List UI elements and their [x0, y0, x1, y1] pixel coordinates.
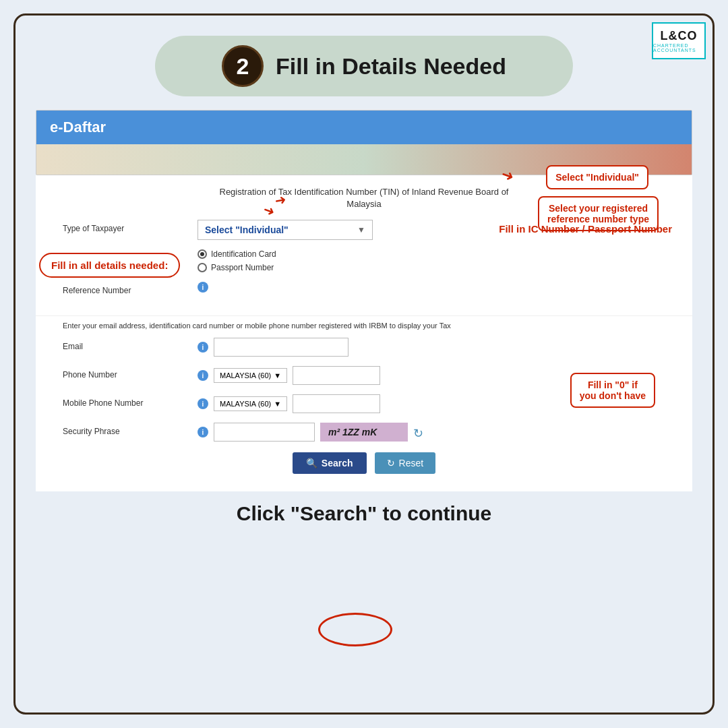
email-row: Email i [63, 338, 665, 357]
phone-country-select[interactable]: MALAYSIA (60) ▼ [214, 368, 287, 383]
radio-passport-circle[interactable] [198, 263, 207, 272]
search-icon: 🔍 [306, 458, 317, 468]
reset-icon: ↻ [387, 458, 395, 468]
reference-type-field: Identification Card Passport Number [198, 249, 665, 272]
mobile-country-label: MALAYSIA (60) [220, 400, 271, 408]
security-row: Security Phrase i m² 1ZZ mK ↻ [63, 423, 665, 442]
step-title: Fill in Details Needed [276, 53, 506, 80]
reference-number-row: Reference Number i [63, 282, 665, 295]
search-highlight-circle [318, 613, 392, 646]
mobile-input[interactable] [293, 394, 380, 413]
radio-group: Identification Card Passport Number [198, 249, 276, 272]
edaftar-header: e-Daftar [36, 111, 692, 144]
security-label: Security Phrase [63, 423, 198, 436]
email-label: Email [63, 338, 198, 351]
mobile-info-icon: i [198, 398, 208, 409]
radio-ic[interactable]: Identification Card [198, 249, 276, 259]
radio-ic-label: Identification Card [211, 249, 276, 259]
callout-individual: Select "Individual" [546, 165, 648, 189]
mobile-country-select[interactable]: MALAYSIA (60) ▼ [214, 396, 287, 411]
logo-sub-text: CHARTERED ACCOUNTANTS [653, 43, 704, 53]
step-circle: 2 [222, 45, 264, 87]
radio-ic-circle[interactable] [198, 249, 207, 259]
phone-chevron-icon: ▼ [274, 371, 281, 380]
callout-details: Fill in all details needed: [39, 253, 180, 278]
security-field-area: i m² 1ZZ mK ↻ [198, 423, 665, 442]
email-input[interactable] [214, 338, 348, 357]
search-button-label: Search [322, 458, 353, 468]
callout-zero: Fill in "0" ifyou don't have [570, 373, 655, 408]
reference-number-label: Reference Number [63, 282, 198, 295]
reset-button[interactable]: ↻ Reset [375, 452, 436, 474]
note-section: Enter your email address, identification… [36, 315, 692, 335]
step-header: 2 Fill in Details Needed [155, 36, 573, 96]
email-field-area: i [198, 338, 665, 357]
radio-passport-label: Passport Number [211, 263, 274, 272]
phone-input[interactable] [293, 366, 380, 385]
phone-label: Phone Number [63, 366, 198, 380]
taxpayer-label: Type of Taxpayer [63, 220, 198, 233]
captcha-image: m² 1ZZ mK [320, 423, 408, 442]
logo-box: L&CO CHARTERED ACCOUNTANTS [652, 22, 706, 59]
phone-info-icon: i [198, 370, 208, 381]
email-info-icon: i [198, 342, 208, 353]
step-number: 2 [237, 53, 249, 80]
mobile-chevron-icon: ▼ [274, 400, 281, 408]
logo-main-text: L&CO [661, 29, 698, 43]
taxpayer-select-value: Select "Individual" [205, 224, 289, 235]
captcha-refresh-icon[interactable]: ↻ [413, 426, 423, 441]
security-input[interactable] [214, 423, 315, 442]
reset-button-label: Reset [399, 458, 424, 468]
reference-number-field: i [198, 282, 665, 293]
reference-info-icon: i [198, 282, 208, 293]
mobile-label: Mobile Phone Number [63, 394, 198, 408]
taxpayer-select[interactable]: Select "Individual" ▼ [198, 220, 373, 240]
chevron-down-icon: ▼ [357, 225, 365, 235]
edaftar-title: e-Daftar [50, 119, 106, 135]
callout-icnumber: Fill in IC Number / Passport Number [499, 223, 672, 235]
bottom-instruction: Click "Search" to continue [16, 502, 712, 525]
radio-passport[interactable]: Passport Number [198, 263, 276, 272]
captcha-text: m² 1ZZ mK [328, 427, 377, 437]
phone-country-label: MALAYSIA (60) [220, 371, 271, 380]
search-button[interactable]: 🔍 Search [293, 452, 367, 474]
security-info-icon: i [198, 427, 208, 437]
form-lower: Email i Phone Number i MALAYSIA (60) ▼ M… [36, 335, 692, 491]
note-text: Enter your email address, identification… [63, 322, 451, 330]
buttons-row: 🔍 Search ↻ Reset [63, 452, 665, 474]
main-container: L&CO CHARTERED ACCOUNTANTS 2 Fill in Det… [13, 13, 715, 715]
